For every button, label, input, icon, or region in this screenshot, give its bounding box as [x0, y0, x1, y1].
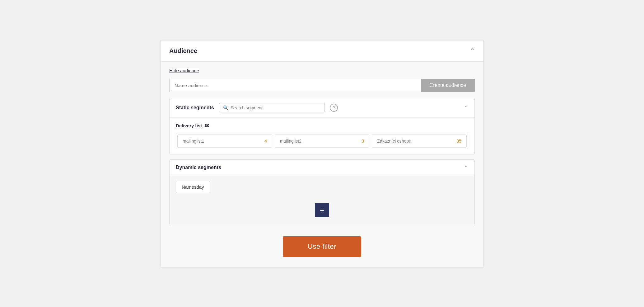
mailing-count: 3	[362, 139, 364, 144]
list-item[interactable]: mailinglist2 3	[275, 135, 370, 148]
create-audience-button[interactable]: Create audience	[421, 79, 475, 92]
mailing-name: mailinglist1	[183, 139, 204, 144]
dynamic-segments-header: Dynamic segments ⌃	[170, 160, 474, 176]
help-icon[interactable]: ?	[330, 104, 338, 112]
mailing-count: 35	[456, 139, 461, 144]
list-item[interactable]: Zákazníci eshopu 35	[372, 135, 467, 148]
panel-body: Hide audience Create audience Static seg…	[161, 62, 483, 267]
search-icon: 🔍	[223, 105, 228, 110]
static-segments-title: Static segments	[176, 105, 214, 111]
hide-audience-link[interactable]: Hide audience	[169, 68, 199, 73]
add-filter-row: +	[176, 198, 468, 220]
static-segments-section: Static segments 🔍 ? ⌃ Delivery list ✉ ma…	[169, 98, 475, 154]
collapse-icon[interactable]: ⌃	[470, 47, 475, 54]
static-segments-header: Static segments 🔍 ? ⌃	[170, 98, 474, 118]
list-item[interactable]: mailinglist1 4	[177, 135, 272, 148]
segment-search-input[interactable]	[231, 105, 321, 110]
static-segments-collapse-icon[interactable]: ⌃	[464, 105, 468, 111]
delivery-list-title: Delivery list ✉	[176, 123, 468, 129]
dynamic-segments-collapse-icon[interactable]: ⌃	[464, 165, 468, 171]
use-filter-row: Use filter	[169, 230, 475, 258]
dynamic-segments-body: Namesday +	[170, 176, 474, 225]
panel-header: Audience ⌃	[161, 40, 483, 62]
envelope-icon: ✉	[205, 123, 209, 129]
panel-title: Audience	[169, 47, 197, 54]
mailing-name: Zákazníci eshopu	[377, 139, 411, 144]
mailing-count: 4	[264, 139, 267, 144]
add-filter-button[interactable]: +	[315, 203, 329, 217]
use-filter-button[interactable]: Use filter	[283, 236, 361, 257]
name-audience-row: Create audience	[169, 79, 475, 92]
namesday-tag[interactable]: Namesday	[176, 181, 210, 193]
segment-search-box[interactable]: 🔍	[219, 103, 325, 112]
mailing-name: mailinglist2	[280, 139, 301, 144]
name-audience-input[interactable]	[169, 79, 421, 92]
audience-panel: Audience ⌃ Hide audience Create audience…	[160, 40, 484, 267]
delivery-list-section: Delivery list ✉ mailinglist1 4 mailingli…	[170, 118, 474, 154]
mailing-list-grid: mailinglist1 4 mailinglist2 3 Zákazníci …	[176, 133, 468, 149]
dynamic-segments-title: Dynamic segments	[176, 165, 221, 170]
delivery-list-label: Delivery list	[176, 123, 202, 128]
dynamic-segments-section: Dynamic segments ⌃ Namesday +	[169, 159, 475, 225]
